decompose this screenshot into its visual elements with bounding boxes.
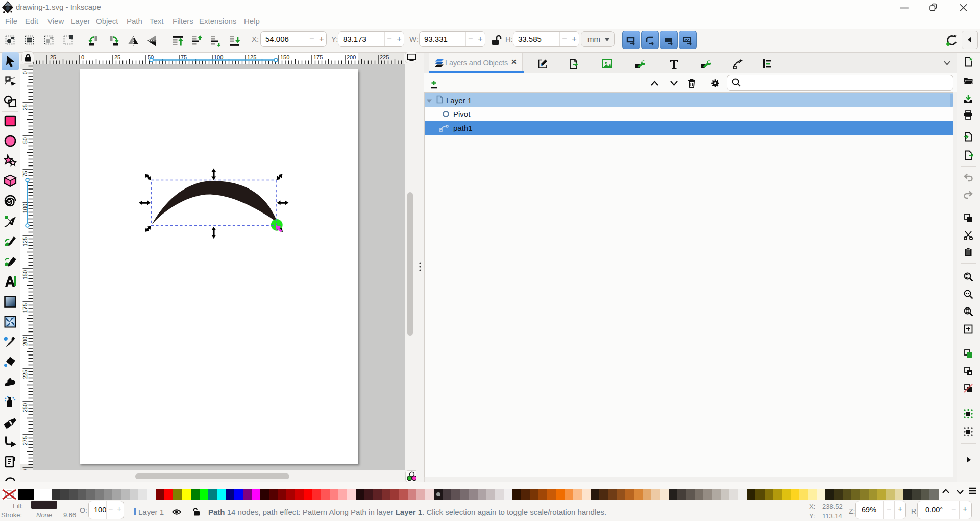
- svg-text:125: 125: [247, 54, 256, 60]
- svg-text:150: 150: [22, 270, 28, 279]
- svg-text:200: 200: [22, 337, 28, 346]
- svg-text:-25: -25: [48, 54, 56, 60]
- svg-text:225: 225: [22, 370, 28, 379]
- svg-text:25: 25: [114, 54, 120, 60]
- svg-text:0: 0: [22, 71, 28, 74]
- svg-text:225: 225: [380, 54, 389, 60]
- svg-text:75: 75: [181, 54, 187, 60]
- svg-text:125: 125: [22, 237, 28, 246]
- svg-text:50: 50: [22, 137, 28, 144]
- svg-text:100: 100: [214, 54, 223, 60]
- svg-text:175: 175: [313, 54, 323, 60]
- svg-text:175: 175: [22, 303, 28, 313]
- svg-text:200: 200: [347, 54, 356, 60]
- svg-text:275: 275: [22, 436, 28, 445]
- svg-text:250: 250: [22, 403, 28, 412]
- svg-text:0: 0: [81, 54, 84, 60]
- svg-text:75: 75: [22, 171, 28, 177]
- svg-text:150: 150: [280, 54, 289, 60]
- svg-text:25: 25: [22, 104, 28, 110]
